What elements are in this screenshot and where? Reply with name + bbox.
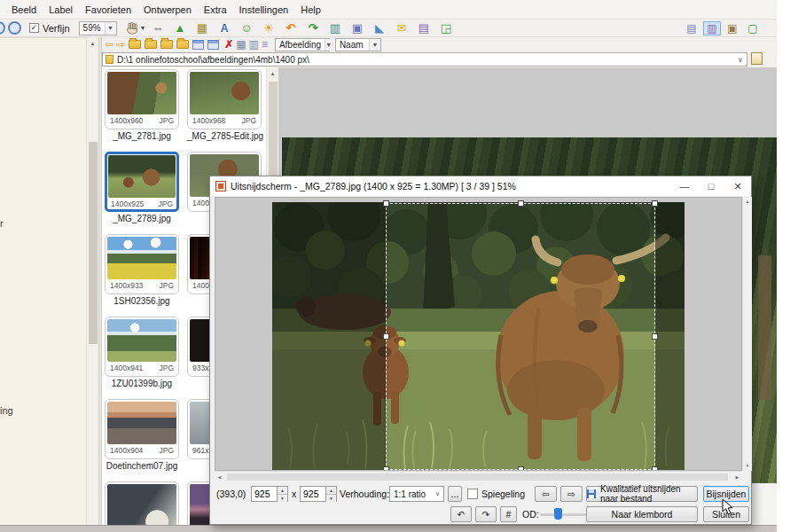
menu-beeld[interactable]: Beeld [5,2,43,18]
clipboard-button[interactable]: Naar klembord [586,506,698,522]
thumbnail-image[interactable] [190,72,259,114]
thumbnail-item[interactable]: 1400x904JPG Doetinchem07.jpg [105,399,179,471]
adjust-colors-icon[interactable]: ☀ [259,20,279,36]
scroll-left-icon[interactable]: ◀ [215,472,224,482]
grid-overlay-button[interactable]: # [500,506,517,522]
address-path[interactable]: D:\1 onlinefotoschool\afbeeldingen\4mb\1… [117,55,734,65]
view-details-icon[interactable]: ▤ [683,21,700,35]
tree-scroll-thumb[interactable] [89,142,98,344]
resize-icon[interactable]: ⇔ [148,20,168,36]
thumb-scroll-up-icon[interactable]: ▲ [267,67,278,79]
crop-handle-n[interactable] [518,200,524,207]
address-bar[interactable]: D:\1 onlinefotoschool\afbeeldingen\4mb\1… [102,52,747,66]
sort-select[interactable]: Naam ▼ [335,38,381,51]
save-crop-button[interactable]: Kwalitatief uitsnijden naar bestand [586,486,698,502]
thumbnail-item[interactable]: 1400x941JPG 1ZU01399b.jpg [105,317,179,388]
photo-canvas[interactable] [272,202,685,471]
tiles-view-icon[interactable]: ▥ [249,38,259,51]
thumbnail-item-selected[interactable]: 1400x925JPG _MG_2789.jpg [105,152,179,223]
menu-label[interactable]: Label [43,2,79,18]
menu-instellingen[interactable]: Instellingen [233,2,295,18]
folder-refresh-icon[interactable] [145,40,157,49]
thumbnail-image[interactable] [107,237,176,279]
forward-icon[interactable]: ⇨ [116,38,125,51]
batch-rename-icon[interactable]: A [215,20,235,36]
close-button[interactable]: ✕ [724,176,751,196]
crop-width-value[interactable]: 925 [251,486,278,502]
crop-handle-nw[interactable] [383,200,389,207]
file-filter-chevron[interactable]: ▼ [325,39,332,51]
scroll-right-icon[interactable]: ▶ [732,472,742,482]
view-preview-icon[interactable]: ▣ [724,21,741,35]
folder-up-icon[interactable] [129,40,141,49]
width-down-icon[interactable]: ▼ [278,495,287,502]
rotate-right-icon[interactable]: ↷ [303,20,324,36]
verfijn-checkbox[interactable]: ✓ [29,23,39,33]
height-down-icon[interactable]: ▼ [326,495,336,502]
crop-selection[interactable] [386,203,655,470]
crop-handle-e[interactable] [652,333,658,340]
dialog-title-bar[interactable]: Uitsnijdscherm - _MG_2789.jpg (1400 x 92… [210,176,751,196]
calendar-view-icon[interactable]: ▦ [236,38,246,51]
thumbnail-item[interactable]: 1400x960JPG _MG_2781.jpg [105,69,179,141]
pan-tool-button[interactable]: ▼ [126,22,146,35]
thumbnail-item[interactable]: 1400x968JPG _MG_2785-Edit.jpg [187,69,262,141]
maximize-button[interactable]: □ [698,176,724,196]
zoom-out-icon[interactable] [0,21,5,35]
thumbnail-image[interactable] [107,319,176,362]
menu-extra[interactable]: Extra [198,2,233,18]
folder-open-icon[interactable] [160,40,173,49]
viewport-vscrollbar[interactable]: ▲ ▼ [742,197,752,471]
rotate-left-icon[interactable]: ↶ [281,20,301,36]
tree-scrollbar[interactable]: ▲ [86,37,98,525]
print-icon[interactable]: ▤ [414,20,434,36]
view-fullscreen-icon[interactable]: ▢ [744,21,762,35]
crop-viewport[interactable] [215,197,742,471]
thumbnail-image[interactable] [107,402,176,444]
scroll-down-icon[interactable]: ▼ [743,461,752,471]
favorites-folder-icon[interactable] [751,52,763,65]
opacity-slider[interactable] [540,506,590,522]
menu-help[interactable]: Help [294,2,327,18]
image-upload-icon[interactable]: ▲ [170,20,191,36]
menu-ontwerpen[interactable]: Ontwerpen [137,2,198,18]
zoom-level-chevron[interactable]: ▼ [105,22,116,35]
thumbnail-image[interactable] [107,484,176,525]
delete-icon[interactable]: ✗ [224,38,233,51]
crop-handle-w[interactable] [383,333,389,340]
scan-icon[interactable]: ◣ [370,20,390,36]
thumbnail-image[interactable] [108,155,176,198]
file-filter-select[interactable]: Afbeelding ▼ [275,38,330,51]
rotate-left-button[interactable]: ↶ [450,506,472,522]
tree-item-fragment[interactable]: ing [0,405,13,416]
viewport-hscrollbar[interactable]: ◀ ▶ [215,471,742,481]
dual-monitor-icon[interactable]: ▣ [348,20,368,36]
minimize-button[interactable]: — [671,176,698,196]
crop-height-stepper[interactable]: 925 ▲▼ [300,486,337,502]
hscroll-thumb[interactable] [227,473,728,481]
red-eye-icon[interactable]: ☺ [237,20,257,36]
ratio-chevron[interactable]: ∨ [432,490,443,497]
sort-chevron[interactable]: ▼ [369,39,380,51]
scroll-up-icon[interactable]: ▲ [743,197,752,207]
address-chevron[interactable]: ∨ [734,56,747,64]
next-image-button[interactable]: ⇨ [560,486,583,502]
thumbnail-item[interactable] [105,481,179,525]
email-icon[interactable]: ✉ [392,20,412,36]
crop-width-stepper[interactable]: 925 ▲▼ [251,486,288,502]
menu-favorieten[interactable]: Favorieten [79,2,137,18]
pan-tool-chevron[interactable]: ▼ [140,25,146,31]
slider-track[interactable] [540,513,590,516]
previous-image-button[interactable]: ⇦ [535,486,557,502]
crop-height-value[interactable]: 925 [300,486,326,502]
zoom-level-select[interactable]: 59% ▼ [79,21,117,35]
move-to-icon[interactable] [207,40,219,50]
height-up-icon[interactable]: ▲ [326,487,336,495]
rotate-right-button[interactable]: ↷ [475,506,497,522]
slider-thumb[interactable] [554,508,562,520]
mirror-checkbox[interactable] [467,489,478,499]
view-thumbnails-icon[interactable]: ▥ [703,21,721,35]
copy-to-icon[interactable] [192,40,204,50]
levels-icon[interactable]: ▥ [325,20,346,36]
back-icon[interactable]: ⇦ [105,38,113,51]
